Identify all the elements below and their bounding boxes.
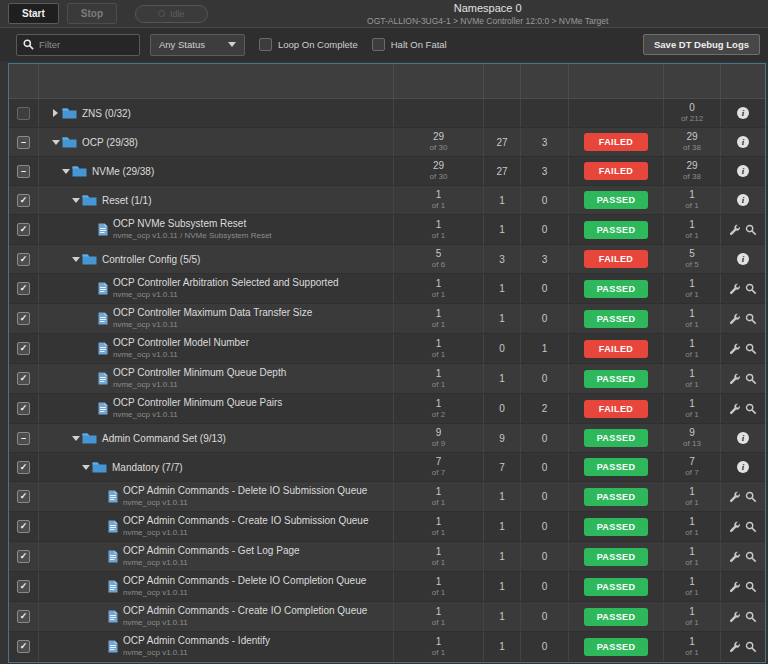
directed-test-cell[interactable]: NVMe (29/38) [39,157,394,185]
row-checkbox[interactable]: ✓ [17,253,30,266]
directed-test-cell[interactable]: OCP Admin Commands - Create IO Submissio… [39,512,394,541]
status-filter-select[interactable]: Any Status [150,34,245,56]
row-checkbox[interactable]: ✓ [17,223,30,236]
row-checkbox[interactable]: ✓ [17,461,30,474]
directed-test-cell[interactable]: OCP Controller Arbitration Selected and … [39,274,394,303]
inspect-magnifier-icon[interactable] [745,403,757,415]
row-checkbox[interactable]: – [17,165,30,178]
expand-arrow[interactable] [69,436,82,441]
directed-test-cell[interactable]: OCP Admin Commands - Delete IO Completio… [39,572,394,601]
inspect-magnifier-icon[interactable] [745,581,757,593]
configure-wrench-icon[interactable] [729,283,741,295]
row-checkbox[interactable]: – [17,136,30,149]
directed-test-cell[interactable]: OCP Admin Commands - Identify nvme_ocp v… [39,632,394,661]
column-header[interactable] [721,64,765,98]
expand-arrow[interactable] [69,198,82,203]
info-icon[interactable]: i [737,432,749,444]
inspect-magnifier-icon[interactable] [745,283,757,295]
row-checkbox[interactable]: ✓ [17,312,30,325]
column-header[interactable] [484,64,521,98]
configure-wrench-icon[interactable] [729,373,741,385]
row-checkbox[interactable]: ✓ [17,580,30,593]
directed-test-cell[interactable]: OCP NVMe Subsystem Reset nvme_ocp v1.0.1… [39,215,394,244]
row-checkbox[interactable]: ✓ [17,342,30,355]
directed-test-cell[interactable]: OCP Admin Commands - Delete IO Submissio… [39,482,394,511]
configure-wrench-icon[interactable] [729,403,741,415]
inspect-magnifier-icon[interactable] [745,313,757,325]
configure-wrench-icon[interactable] [729,313,741,325]
inspect-magnifier-icon[interactable] [745,521,757,533]
directed-test-cell[interactable]: OCP Admin Commands - Create IO Completio… [39,602,394,631]
stop-button[interactable]: Stop [67,3,117,24]
directed-test-cell[interactable]: Admin Command Set (9/13) [39,424,394,452]
save-dt-debug-logs-button[interactable]: Save DT Debug Logs [643,34,760,55]
inspect-magnifier-icon[interactable] [745,224,757,236]
expand-arrow[interactable] [59,169,72,174]
configure-wrench-icon[interactable] [729,581,741,593]
directed-test-cell[interactable]: OCP Controller Model Number nvme_ocp v1.… [39,334,394,363]
configure-wrench-icon[interactable] [729,343,741,355]
configure-wrench-icon[interactable] [729,611,741,623]
info-icon[interactable]: i [737,461,749,473]
directed-test-cell[interactable]: Reset (1/1) [39,186,394,214]
filter-box[interactable] [16,34,140,56]
inspect-magnifier-icon[interactable] [745,373,757,385]
row-checkbox[interactable]: ✓ [17,372,30,385]
loop-on-complete-checkbox[interactable]: Loop On Complete [259,38,358,51]
directed-test-cell[interactable]: OCP Controller Maximum Data Transfer Siz… [39,304,394,333]
configure-wrench-icon[interactable] [729,224,741,236]
column-header[interactable] [569,64,664,98]
info-icon[interactable]: i [737,136,749,148]
configure-wrench-icon[interactable] [729,641,741,653]
status-cell: PASSED [569,602,664,631]
info-icon[interactable]: i [737,165,749,177]
directed-test-cell[interactable]: Mandatory (7/7) [39,453,394,481]
column-header[interactable] [521,64,569,98]
row-checkbox[interactable]: ✓ [17,490,30,503]
configured-subtests-cell: 1of 1 [664,334,721,363]
inspect-magnifier-icon[interactable] [745,611,757,623]
row-checkbox[interactable]: ✓ [17,640,30,653]
expand-arrow[interactable] [69,257,82,262]
filter-input[interactable] [39,39,133,50]
row-checkbox[interactable]: – [17,432,30,445]
info-icon[interactable]: i [737,107,749,119]
configure-wrench-icon[interactable] [729,491,741,503]
column-header[interactable] [9,64,39,98]
column-header[interactable] [39,64,394,98]
row-checkbox[interactable]: ✓ [17,194,30,207]
directed-test-cell[interactable]: OCP Admin Commands - Get Log Page nvme_o… [39,542,394,571]
inspect-magnifier-icon[interactable] [745,551,757,563]
directed-test-cell[interactable]: OCP Identify Namespace - Optional Featur… [39,662,394,663]
row-checkbox[interactable]: ✓ [17,610,30,623]
directed-test-cell[interactable]: OCP Controller Minimum Queue Depth nvme_… [39,364,394,393]
column-header[interactable] [394,64,484,98]
inspect-magnifier-icon[interactable] [745,641,757,653]
directed-test-cell[interactable]: OCP (29/38) [39,128,394,156]
directed-test-cell[interactable]: ZNS (0/32) [39,99,394,127]
test-name: OCP Admin Commands - Identify [123,635,270,648]
expand-arrow[interactable] [49,109,62,117]
configure-wrench-icon[interactable] [729,521,741,533]
status-cell: PASSED [569,215,664,244]
inspect-magnifier-icon[interactable] [745,343,757,355]
configure-wrench-icon[interactable] [729,551,741,563]
halt-on-fatal-checkbox[interactable]: Halt On Fatal [372,38,447,51]
directed-test-cell[interactable]: OCP Controller Minimum Queue Pairs nvme_… [39,394,394,423]
fail-count-cell [521,99,569,127]
info-icon[interactable]: i [737,194,749,206]
row-checkbox[interactable]: ✓ [17,550,30,563]
start-button[interactable]: Start [8,3,59,24]
inspect-magnifier-icon[interactable] [745,491,757,503]
expand-arrow[interactable] [79,465,92,470]
row-checkbox[interactable]: ✓ [17,520,30,533]
row-checkbox[interactable]: ✓ [17,282,30,295]
row-checkbox-cell: ✓ [9,364,39,393]
fail-count-cell: 0 [521,602,569,631]
column-header[interactable] [664,64,721,98]
info-icon[interactable]: i [737,253,749,265]
expand-arrow[interactable] [49,140,62,145]
row-checkbox[interactable]: ✓ [17,402,30,415]
directed-test-cell[interactable]: Controller Config (5/5) [39,245,394,273]
row-checkbox[interactable] [17,107,30,120]
